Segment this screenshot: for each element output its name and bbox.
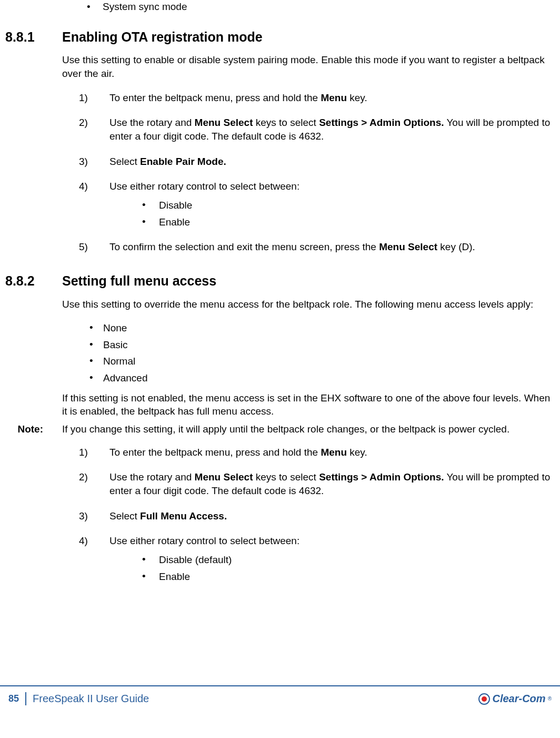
paragraph: Use this setting to override the menu ac… (62, 298, 555, 311)
sub-list: Disable Enable (109, 199, 555, 229)
footer: 85 FreeSpeak II User Guide Clear-Com® (0, 685, 560, 706)
step-marker: 3) (79, 509, 88, 523)
list-item: Basic (89, 338, 555, 352)
page: •System sync mode 8.8.1 Enabling OTA reg… (0, 0, 560, 706)
step-text: Select Full Menu Access. (109, 510, 227, 521)
brand-logo: Clear-Com® (478, 692, 552, 706)
step-marker: 4) (79, 180, 88, 193)
step-marker: 2) (79, 470, 88, 484)
list-item: Enable (142, 215, 555, 229)
ordered-list: 1) To enter the beltpack menu, press and… (5, 446, 555, 583)
list-item: None (89, 321, 555, 335)
step-text: To confirm the selection and exit the me… (109, 241, 475, 252)
step-text: To enter the beltpack menu, press and ho… (109, 447, 367, 458)
step-5: 5) To confirm the selection and exit the… (79, 240, 555, 254)
step-1: 1) To enter the beltpack menu, press and… (79, 446, 555, 459)
step-marker: 1) (79, 446, 88, 459)
step-text: Use the rotary and Menu Select keys to s… (109, 471, 550, 496)
heading-title: Enabling OTA registration mode (62, 28, 263, 46)
list-item: •System sync mode (87, 0, 555, 14)
paragraph: Use this setting to enable or disable sy… (62, 53, 555, 80)
note: Note: If you change this setting, it wil… (5, 422, 555, 436)
list-item: Disable (142, 199, 555, 212)
list-item: Disable (default) (142, 553, 555, 567)
heading-881: 8.8.1 Enabling OTA registration mode (5, 28, 555, 46)
step-text: Use either rotary control to select betw… (109, 535, 299, 546)
step-text: Use either rotary control to select betw… (109, 181, 299, 192)
note-text: If you change this setting, it will appl… (62, 422, 555, 436)
heading-number: 8.8.1 (5, 28, 62, 46)
step-3: 3) Select Full Menu Access. (79, 509, 555, 523)
brand-name: Clear-Com (492, 692, 545, 706)
logo-icon (478, 693, 490, 705)
step-2: 2) Use the rotary and Menu Select keys t… (79, 470, 555, 497)
sub-list: Disable (default) Enable (109, 553, 555, 583)
step-3: 3) Select Enable Pair Mode. (79, 155, 555, 169)
step-text: Use the rotary and Menu Select keys to s… (109, 117, 550, 142)
step-marker: 5) (79, 240, 88, 254)
heading-title: Setting full menu access (62, 272, 216, 290)
step-marker: 3) (79, 155, 88, 169)
list-item: Normal (89, 355, 555, 368)
ordered-list: 1) To enter the beltpack menu, press and… (5, 91, 555, 254)
step-2: 2) Use the rotary and Menu Select keys t… (79, 116, 555, 143)
step-text: To enter the beltpack menu, press and ho… (109, 92, 367, 103)
heading-number: 8.8.2 (5, 272, 62, 290)
step-marker: 1) (79, 91, 88, 105)
registered-icon: ® (548, 695, 552, 703)
heading-882: 8.8.2 Setting full menu access (5, 272, 555, 290)
bullet-list: None Basic Normal Advanced (5, 321, 555, 385)
note-label: Note: (5, 422, 62, 436)
page-number: 85 (8, 692, 26, 705)
step-marker: 2) (79, 116, 88, 130)
doc-title: FreeSpeak II User Guide (33, 692, 149, 706)
step-4: 4) Use either rotary control to select b… (79, 534, 555, 583)
step-marker: 4) (79, 534, 88, 548)
list-item: Advanced (89, 371, 555, 385)
step-4: 4) Use either rotary control to select b… (79, 180, 555, 229)
paragraph: If this setting is not enabled, the menu… (62, 391, 555, 418)
list-item-text: System sync mode (103, 1, 187, 12)
step-text: Select Enable Pair Mode. (109, 156, 226, 167)
step-1: 1) To enter the beltpack menu, press and… (79, 91, 555, 105)
list-item: Enable (142, 570, 555, 584)
footer-left: 85 FreeSpeak II User Guide (8, 692, 149, 706)
bullet-icon: • (87, 0, 103, 14)
